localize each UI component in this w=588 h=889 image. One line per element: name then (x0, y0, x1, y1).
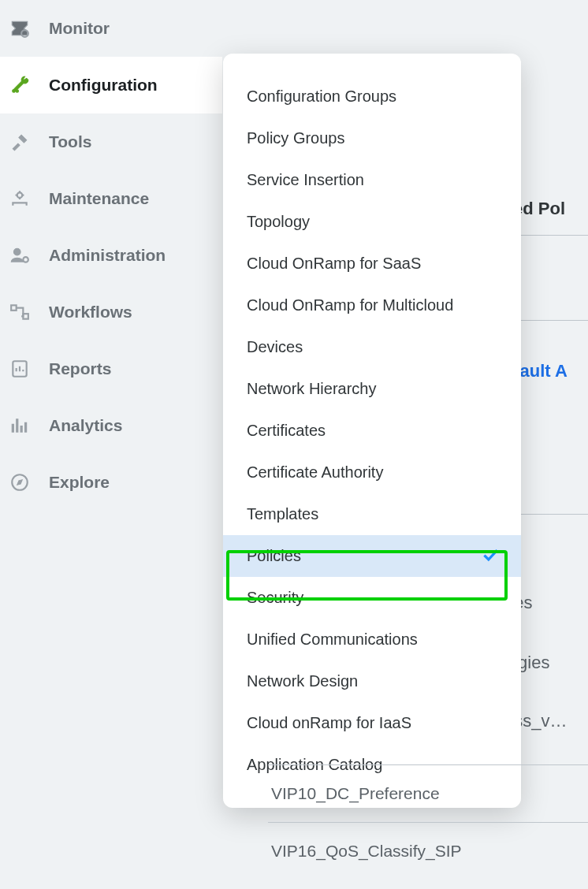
sidebar-item-tools[interactable]: Tools (0, 113, 222, 170)
compass-icon (9, 472, 30, 493)
sidebar-item-label: Analytics (49, 416, 122, 435)
svg-rect-6 (11, 305, 17, 311)
monitor-icon (9, 18, 30, 39)
policy-name: VIP10_DC_Preference (271, 784, 440, 803)
dropdown-item-security[interactable]: Security (223, 577, 521, 619)
dropdown-item-cloud-onramp-multicloud[interactable]: Cloud OnRamp for Multicloud (223, 285, 521, 326)
sidebar-item-analytics[interactable]: Analytics (0, 397, 222, 454)
dropdown-item-label: Cloud onRamp for IaaS (247, 714, 411, 732)
check-icon (480, 544, 501, 568)
svg-point-1 (13, 90, 15, 92)
dropdown-item-configuration-groups[interactable]: Configuration Groups (223, 76, 521, 117)
sidebar-item-maintenance[interactable]: Maintenance (0, 170, 222, 227)
dropdown-item-devices[interactable]: Devices (223, 326, 521, 368)
dropdown-item-network-hierarchy[interactable]: Network Hierarchy (223, 368, 521, 410)
dropdown-item-label: Certificates (247, 422, 326, 440)
dropdown-item-label: Policies (247, 547, 301, 565)
sidebar-item-label: Tools (49, 132, 91, 151)
dropdown-item-templates[interactable]: Templates (223, 493, 521, 535)
dropdown-item-label: Templates (247, 505, 318, 523)
dropdown-item-label: Topology (247, 213, 310, 231)
dropdown-item-label: Network Design (247, 672, 358, 690)
sidebar-item-label: Maintenance (49, 189, 149, 208)
dropdown-item-label: Cloud OnRamp for SaaS (247, 255, 421, 273)
reports-icon (9, 359, 30, 379)
dropdown-item-label: Security (247, 589, 303, 607)
dropdown-item-label: Network Hierarchy (247, 380, 376, 398)
sidebar-item-label: Reports (49, 359, 111, 378)
sidebar-item-label: Monitor (49, 19, 110, 38)
sidebar-item-reports[interactable]: Reports (0, 340, 222, 397)
sidebar-item-label: Administration (49, 246, 166, 265)
dropdown-item-label: Cloud OnRamp for Multicloud (247, 296, 453, 314)
workflow-icon (9, 302, 30, 322)
gear-icon (9, 188, 30, 209)
dropdown-item-topology[interactable]: Topology (223, 201, 521, 243)
dropdown-item-policies[interactable]: Policies (223, 535, 521, 577)
dropdown-item-label: Devices (247, 338, 303, 356)
sidebar-item-configuration[interactable]: Configuration (0, 57, 222, 113)
sidebar-item-monitor[interactable]: Monitor (0, 0, 222, 57)
sidebar-item-label: Workflows (49, 303, 132, 322)
sidebar-item-explore[interactable]: Explore (0, 454, 222, 511)
dropdown-item-cloud-onramp-saas[interactable]: Cloud OnRamp for SaaS (223, 243, 521, 285)
sidebar-item-label: Explore (49, 473, 110, 492)
dropdown-item-label: Policy Groups (247, 129, 345, 147)
dropdown-item-service-insertion[interactable]: Service Insertion (223, 159, 521, 201)
dropdown-item-certificate-authority[interactable]: Certificate Authority (223, 452, 521, 493)
analytics-icon (9, 415, 30, 436)
sidebar-item-workflows[interactable]: Workflows (0, 284, 222, 340)
sidebar-item-label: Configuration (49, 76, 158, 95)
tools-icon (9, 132, 30, 152)
dropdown-item-unified-communications[interactable]: Unified Communications (223, 619, 521, 660)
wrench-icon (9, 75, 30, 95)
svg-point-2 (16, 90, 18, 92)
dropdown-item-policy-groups[interactable]: Policy Groups (223, 117, 521, 159)
dropdown-item-network-design[interactable]: Network Design (223, 660, 521, 702)
svg-point-4 (13, 248, 20, 255)
policy-name: VIP16_QoS_Classify_SIP (271, 842, 462, 861)
configuration-dropdown: Configuration Groups Policy Groups Servi… (223, 54, 521, 808)
svg-point-3 (17, 192, 23, 198)
dropdown-item-certificates[interactable]: Certificates (223, 410, 521, 452)
policy-row[interactable]: VIP16_QoS_Classify_SIP (268, 822, 588, 880)
svg-point-5 (23, 257, 28, 262)
dropdown-item-label: Unified Communications (247, 630, 418, 649)
sidebar-item-administration[interactable]: Administration (0, 227, 222, 284)
dropdown-item-label: Configuration Groups (247, 87, 396, 106)
sidebar: Monitor Configuration Tools Maintenance … (0, 0, 222, 889)
dropdown-item-label: Service Insertion (247, 171, 364, 189)
policy-list: VIP10_DC_Preference VIP16_QoS_Classify_S… (268, 764, 588, 880)
user-gear-icon (9, 245, 30, 266)
dropdown-item-label: Certificate Authority (247, 463, 383, 482)
policy-row[interactable]: VIP10_DC_Preference (268, 764, 588, 822)
dropdown-item-cloud-onramp-iaas[interactable]: Cloud onRamp for IaaS (223, 702, 521, 744)
